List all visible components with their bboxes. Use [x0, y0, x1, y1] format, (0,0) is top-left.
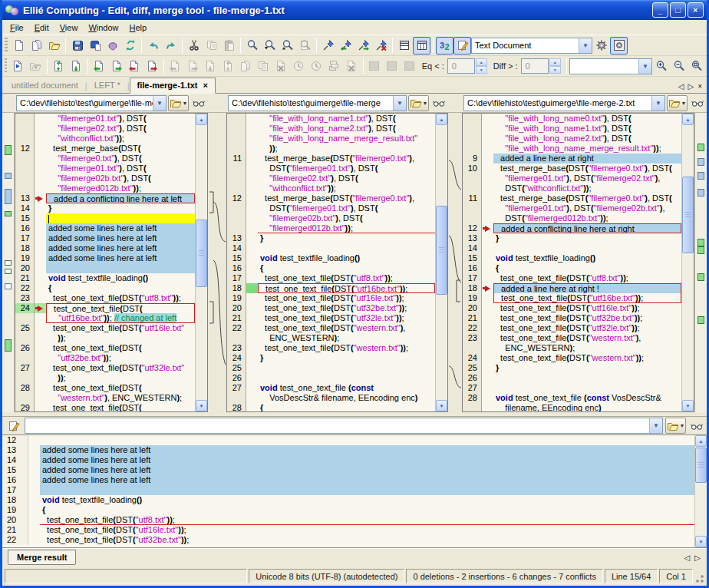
scroll-down-icon[interactable]: ▼ — [436, 400, 447, 411]
chevron-down-icon[interactable]: ▼ — [579, 38, 592, 53]
code-line-text[interactable]: test_one_text_file(DST( — [46, 343, 195, 353]
code-line-text[interactable]: "filemerge01.txt"), DST( — [46, 164, 195, 173]
code-line-text[interactable]: "file_with_long_name_merge_result.txt"))… — [493, 144, 681, 154]
vertical-scrollbar-base[interactable]: ▲▼ — [435, 114, 447, 411]
tab-merge-result[interactable]: Merge result — [8, 550, 76, 565]
cut-button[interactable] — [185, 37, 203, 55]
code-line-text[interactable]: )); — [46, 333, 195, 343]
code-line-text[interactable]: } — [46, 203, 195, 213]
code-line-text[interactable]: "filemerged012b.txt")); — [46, 183, 195, 193]
open-file-base-button[interactable]: ▼ — [408, 95, 429, 111]
code-line-text[interactable] — [40, 485, 694, 495]
edit-mode-button[interactable] — [453, 37, 471, 55]
code-line-text[interactable]: DST("filemerge01.txt"), DST( — [258, 203, 435, 213]
code-line-text[interactable]: "withconflict.txt")); — [46, 134, 195, 144]
code-line-text[interactable]: "file_with_long_name1.txt"), DST( — [493, 124, 681, 134]
code-line-text[interactable]: "western.txt"), ENC_WESTERN); — [46, 393, 195, 403]
scroll-up-icon[interactable]: ▲ — [695, 435, 707, 447]
code-line-text[interactable]: test_one_text_file(DST("utf32le.txt")); — [258, 313, 435, 323]
code-line-text[interactable]: test_one_text_file(DST("western.txt"), — [258, 323, 435, 333]
code-line-text[interactable]: test_one_text_file(DST("utf8.txt")); — [493, 273, 681, 283]
code-line-text[interactable]: "utf16be.txt")); // changed at left — [46, 313, 195, 323]
resize-grip[interactable] — [694, 569, 704, 583]
code-line-text[interactable] — [40, 435, 694, 445]
scrollbar-thumb[interactable] — [436, 206, 447, 295]
code-line-text[interactable] — [46, 263, 195, 273]
code-line-text[interactable]: "filemerged012b.txt")); — [258, 223, 435, 233]
code-line-text[interactable]: VosDescStr& filename, EEncoding enc) — [258, 393, 435, 403]
code-line-text[interactable]: added some lines here at left — [46, 243, 195, 253]
file-path-left-combobox[interactable]: C:\dev\filehisto\test\guimerge\file-mer▼ — [16, 95, 167, 111]
open-button[interactable] — [45, 37, 63, 55]
edit-line-combobox[interactable]: ▼ — [25, 418, 663, 434]
code-line-text[interactable]: "file_with_long_name2.txt"), DST( — [258, 124, 435, 134]
code-area-right[interactable]: "file_with_long_name0.txt"), DST( "file_… — [463, 114, 681, 411]
code-line-text[interactable]: test_one_text_file(DST("utf16le.txt" — [46, 323, 195, 333]
code-line-text[interactable]: added some lines here at left — [40, 475, 694, 485]
undo-button[interactable] — [144, 37, 162, 55]
code-line-text[interactable]: test_merge_base(DST("filemerge0.txt"), — [258, 154, 435, 164]
apply-conflict-right-button[interactable] — [143, 58, 161, 75]
code-line-text[interactable]: "filemerge02.txt"), DST( — [258, 173, 435, 183]
eq-threshold-value[interactable]: 0 — [447, 58, 475, 74]
code-line-text[interactable]: test_merge_base(DST( — [46, 144, 195, 154]
redo-button[interactable] — [162, 37, 180, 55]
save-result-button[interactable]: ▼ — [665, 418, 686, 434]
code-line-text[interactable]: test_one_text_file(DST( — [46, 383, 195, 393]
code-line-text[interactable]: { — [493, 263, 681, 273]
code-line-text[interactable]: "withconflict.txt")); — [258, 183, 435, 193]
code-line-text[interactable]: ENC_WESTERN); — [493, 343, 681, 353]
save-all-button[interactable] — [104, 37, 121, 55]
code-line-text[interactable]: void test_textfile_loading() — [40, 495, 694, 505]
code-line-text[interactable]: } — [258, 233, 435, 243]
code-line-text[interactable]: test_one_text_file(DST("utf16le.txt")); — [40, 525, 694, 535]
pin-button[interactable] — [319, 37, 337, 55]
vertical-scrollbar-result[interactable]: ▲▼ — [694, 435, 707, 547]
scroll-up-icon[interactable]: ▲ — [196, 114, 207, 125]
code-line-text[interactable]: )); — [258, 144, 435, 154]
code-line-text[interactable]: test_one_text_file(DST("utf32be.txt")); — [40, 535, 694, 545]
chevron-down-icon[interactable]: ▼ — [638, 59, 651, 74]
code-line-text[interactable]: "filemerge02b.txt"), DST( — [258, 213, 435, 223]
result-prev-button[interactable]: ◁ — [684, 553, 691, 562]
code-line-text[interactable]: added a conflicting line here at right — [493, 223, 681, 233]
menu-edit[interactable]: Edit — [29, 21, 54, 35]
read-only-base-button[interactable] — [430, 95, 447, 111]
file-path-base-combobox[interactable]: C:\dev\filehisto\test\guimerge\file-merg… — [228, 95, 407, 111]
code-line-text[interactable]: test_one_text_file(DST( — [46, 303, 195, 313]
clear-pins-button[interactable] — [372, 37, 390, 55]
code-line-text[interactable]: void test_one_text_file (const — [258, 383, 435, 393]
preferences-button[interactable] — [592, 37, 610, 55]
zoom-out-button[interactable] — [670, 58, 688, 75]
recompare-button[interactable] — [9, 58, 27, 75]
eq-threshold-spinner[interactable]: 0▲▼ — [447, 58, 487, 74]
tab-scroll-right-button[interactable]: ▷ — [688, 82, 694, 91]
code-line-text[interactable] — [493, 373, 681, 383]
line-numbers-button[interactable]: 32 — [436, 37, 453, 55]
code-line-text[interactable]: test_one_text_file(DST("utf32be.txt")); — [258, 303, 435, 313]
comparison-settings-button[interactable] — [610, 37, 628, 55]
scroll-up-icon[interactable]: ▲ — [436, 114, 447, 125]
code-line-text[interactable]: test_merge_base(DST("filemerge0.txt"), D… — [493, 193, 681, 203]
tab-scroll-left-button[interactable]: ◁ — [678, 82, 684, 91]
code-line-text[interactable]: filename, EEncoding enc) — [493, 403, 681, 411]
code-line-text[interactable]: "file_with_long_name0.txt"), DST( — [493, 114, 681, 124]
open-file-right-button[interactable]: ▼ — [667, 95, 688, 111]
code-line-text[interactable]: test_one_text_file(DST( — [46, 403, 195, 411]
toolbar-grip[interactable] — [5, 38, 8, 53]
scrollbar-thumb[interactable] — [196, 220, 207, 287]
overview-strip-left[interactable] — [2, 113, 15, 412]
code-line-text[interactable]: test_one_text_file(DST("western.txt")); — [258, 343, 435, 353]
horizontal-layout-button[interactable] — [395, 37, 413, 55]
scroll-down-icon[interactable]: ▼ — [196, 400, 207, 411]
code-line-text[interactable]: void test_one_text_file (const VosDescSt… — [493, 393, 681, 403]
minimize-button[interactable]: _ — [652, 2, 668, 18]
code-line-text[interactable]: added a conflicting line here at left — [46, 193, 195, 203]
apply-change-right-button[interactable] — [108, 58, 126, 75]
code-line-text[interactable]: { — [40, 505, 694, 515]
code-line-text[interactable]: DST("filemerge01.txt"), DST( — [258, 164, 435, 173]
diff-threshold-spinner[interactable]: 0▲▼ — [521, 58, 561, 74]
code-line-text[interactable]: test_one_text_file(DST("western.txt")); — [493, 353, 681, 363]
code-line-text[interactable]: "filemerge01.txt"), DST( — [46, 114, 195, 124]
code-line-text[interactable]: void test_textfile_loading() — [258, 253, 435, 263]
